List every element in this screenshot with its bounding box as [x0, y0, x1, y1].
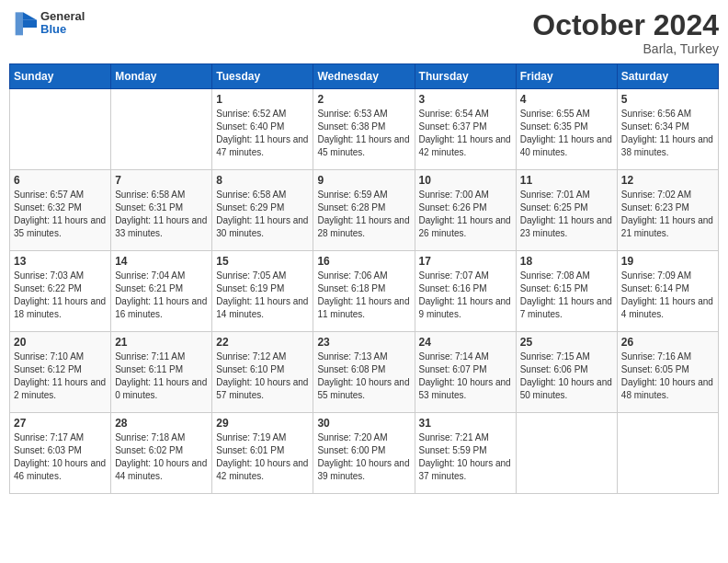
day-info: Sunrise: 7:06 AM Sunset: 6:18 PM Dayligh…: [317, 270, 410, 321]
day-info: Sunrise: 6:55 AM Sunset: 6:35 PM Dayligh…: [520, 108, 613, 159]
day-info: Sunrise: 6:58 AM Sunset: 6:29 PM Dayligh…: [216, 189, 309, 240]
day-number: 15: [216, 255, 309, 268]
day-number: 31: [419, 417, 512, 430]
calendar-day-cell: 26Sunrise: 7:16 AM Sunset: 6:05 PM Dayli…: [617, 332, 718, 413]
day-number: 25: [520, 336, 613, 349]
day-info: Sunrise: 7:04 AM Sunset: 6:21 PM Dayligh…: [115, 270, 208, 321]
day-number: 8: [216, 174, 309, 187]
calendar-day-cell: 2Sunrise: 6:53 AM Sunset: 6:38 PM Daylig…: [313, 89, 415, 170]
day-number: 3: [419, 93, 512, 106]
title-area: October 2024 Barla, Turkey: [532, 9, 719, 56]
calendar-day-cell: 16Sunrise: 7:06 AM Sunset: 6:18 PM Dayli…: [313, 251, 415, 332]
day-info: Sunrise: 7:15 AM Sunset: 6:06 PM Dayligh…: [520, 350, 613, 402]
day-number: 24: [419, 336, 512, 349]
calendar-week-row: 27Sunrise: 7:17 AM Sunset: 6:03 PM Dayli…: [10, 413, 719, 494]
day-number: 5: [621, 93, 714, 106]
calendar-day-cell: [10, 89, 111, 170]
calendar-day-cell: 9Sunrise: 6:59 AM Sunset: 6:28 PM Daylig…: [313, 170, 415, 251]
calendar-day-cell: 12Sunrise: 7:02 AM Sunset: 6:23 PM Dayli…: [617, 170, 718, 251]
day-info: Sunrise: 6:59 AM Sunset: 6:28 PM Dayligh…: [317, 189, 410, 240]
day-info: Sunrise: 7:08 AM Sunset: 6:15 PM Dayligh…: [520, 270, 613, 321]
calendar-day-cell: 24Sunrise: 7:14 AM Sunset: 6:07 PM Dayli…: [415, 332, 516, 413]
day-number: 6: [14, 174, 107, 187]
calendar-header-row: SundayMondayTuesdayWednesdayThursdayFrid…: [10, 64, 719, 89]
calendar-day-cell: 17Sunrise: 7:07 AM Sunset: 6:16 PM Dayli…: [415, 251, 516, 332]
day-number: 23: [317, 336, 410, 349]
day-of-week-header: Wednesday: [313, 64, 415, 89]
calendar-day-cell: 28Sunrise: 7:18 AM Sunset: 6:02 PM Dayli…: [111, 413, 212, 494]
day-number: 9: [317, 174, 410, 187]
calendar-day-cell: 4Sunrise: 6:55 AM Sunset: 6:35 PM Daylig…: [516, 89, 617, 170]
day-number: 14: [115, 255, 208, 268]
day-info: Sunrise: 6:56 AM Sunset: 6:34 PM Dayligh…: [621, 108, 714, 159]
day-info: Sunrise: 6:54 AM Sunset: 6:37 PM Dayligh…: [419, 108, 512, 159]
calendar-day-cell: 5Sunrise: 6:56 AM Sunset: 6:34 PM Daylig…: [617, 89, 718, 170]
svg-marker-3: [16, 12, 23, 35]
calendar-day-cell: 31Sunrise: 7:21 AM Sunset: 5:59 PM Dayli…: [415, 413, 516, 494]
day-info: Sunrise: 7:20 AM Sunset: 6:00 PM Dayligh…: [317, 431, 410, 483]
day-number: 16: [317, 255, 410, 268]
calendar-day-cell: 10Sunrise: 7:00 AM Sunset: 6:26 PM Dayli…: [415, 170, 516, 251]
calendar-week-row: 20Sunrise: 7:10 AM Sunset: 6:12 PM Dayli…: [10, 332, 719, 413]
calendar-day-cell: 19Sunrise: 7:09 AM Sunset: 6:14 PM Dayli…: [617, 251, 718, 332]
calendar-day-cell: 13Sunrise: 7:03 AM Sunset: 6:22 PM Dayli…: [10, 251, 111, 332]
day-info: Sunrise: 6:52 AM Sunset: 6:40 PM Dayligh…: [216, 108, 309, 159]
day-info: Sunrise: 7:10 AM Sunset: 6:12 PM Dayligh…: [14, 350, 107, 402]
day-of-week-header: Thursday: [415, 64, 516, 89]
calendar-day-cell: [516, 413, 617, 494]
day-info: Sunrise: 6:58 AM Sunset: 6:31 PM Dayligh…: [115, 189, 208, 240]
day-info: Sunrise: 7:14 AM Sunset: 6:07 PM Dayligh…: [419, 350, 512, 402]
day-number: 1: [216, 93, 309, 106]
svg-marker-2: [23, 20, 37, 28]
day-info: Sunrise: 7:05 AM Sunset: 6:19 PM Dayligh…: [216, 270, 309, 321]
calendar-day-cell: 27Sunrise: 7:17 AM Sunset: 6:03 PM Dayli…: [10, 413, 111, 494]
day-number: 30: [317, 417, 410, 430]
calendar-day-cell: [111, 89, 212, 170]
day-number: 7: [115, 174, 208, 187]
day-info: Sunrise: 7:16 AM Sunset: 6:05 PM Dayligh…: [621, 350, 714, 402]
day-info: Sunrise: 7:02 AM Sunset: 6:23 PM Dayligh…: [621, 189, 714, 240]
day-number: 29: [216, 417, 309, 430]
month-title: October 2024: [532, 9, 719, 41]
day-info: Sunrise: 7:03 AM Sunset: 6:22 PM Dayligh…: [14, 270, 107, 321]
day-info: Sunrise: 7:11 AM Sunset: 6:11 PM Dayligh…: [115, 350, 208, 402]
calendar-day-cell: 14Sunrise: 7:04 AM Sunset: 6:21 PM Dayli…: [111, 251, 212, 332]
day-info: Sunrise: 7:07 AM Sunset: 6:16 PM Dayligh…: [419, 270, 512, 321]
day-of-week-header: Monday: [111, 64, 212, 89]
day-number: 2: [317, 93, 410, 106]
day-number: 4: [520, 93, 613, 106]
calendar-day-cell: 11Sunrise: 7:01 AM Sunset: 6:25 PM Dayli…: [516, 170, 617, 251]
calendar-day-cell: 7Sunrise: 6:58 AM Sunset: 6:31 PM Daylig…: [111, 170, 212, 251]
logo-text: General Blue: [40, 10, 85, 37]
calendar-day-cell: [617, 413, 718, 494]
day-number: 10: [419, 174, 512, 187]
day-number: 27: [14, 417, 107, 430]
calendar-day-cell: 3Sunrise: 6:54 AM Sunset: 6:37 PM Daylig…: [415, 89, 516, 170]
day-number: 17: [419, 255, 512, 268]
calendar-week-row: 1Sunrise: 6:52 AM Sunset: 6:40 PM Daylig…: [10, 89, 719, 170]
day-number: 12: [621, 174, 714, 187]
calendar-day-cell: 30Sunrise: 7:20 AM Sunset: 6:00 PM Dayli…: [313, 413, 415, 494]
calendar-day-cell: 25Sunrise: 7:15 AM Sunset: 6:06 PM Dayli…: [516, 332, 617, 413]
day-info: Sunrise: 7:00 AM Sunset: 6:26 PM Dayligh…: [419, 189, 512, 240]
calendar-day-cell: 8Sunrise: 6:58 AM Sunset: 6:29 PM Daylig…: [212, 170, 313, 251]
day-number: 28: [115, 417, 208, 430]
logo: General Blue: [9, 9, 85, 37]
day-info: Sunrise: 7:19 AM Sunset: 6:01 PM Dayligh…: [216, 431, 309, 483]
day-info: Sunrise: 7:18 AM Sunset: 6:02 PM Dayligh…: [115, 431, 208, 483]
day-info: Sunrise: 7:13 AM Sunset: 6:08 PM Dayligh…: [317, 350, 410, 402]
day-of-week-header: Tuesday: [212, 64, 313, 89]
day-of-week-header: Saturday: [617, 64, 718, 89]
day-number: 22: [216, 336, 309, 349]
calendar-week-row: 13Sunrise: 7:03 AM Sunset: 6:22 PM Dayli…: [10, 251, 719, 332]
calendar-table: SundayMondayTuesdayWednesdayThursdayFrid…: [9, 63, 719, 494]
logo-general: General: [40, 10, 85, 23]
calendar-day-cell: 21Sunrise: 7:11 AM Sunset: 6:11 PM Dayli…: [111, 332, 212, 413]
day-number: 21: [115, 336, 208, 349]
day-number: 18: [520, 255, 613, 268]
svg-marker-1: [23, 12, 37, 19]
page-header: General Blue October 2024 Barla, Turkey: [9, 9, 719, 56]
calendar-day-cell: 20Sunrise: 7:10 AM Sunset: 6:12 PM Dayli…: [10, 332, 111, 413]
day-info: Sunrise: 7:21 AM Sunset: 5:59 PM Dayligh…: [419, 431, 512, 483]
day-of-week-header: Sunday: [10, 64, 111, 89]
